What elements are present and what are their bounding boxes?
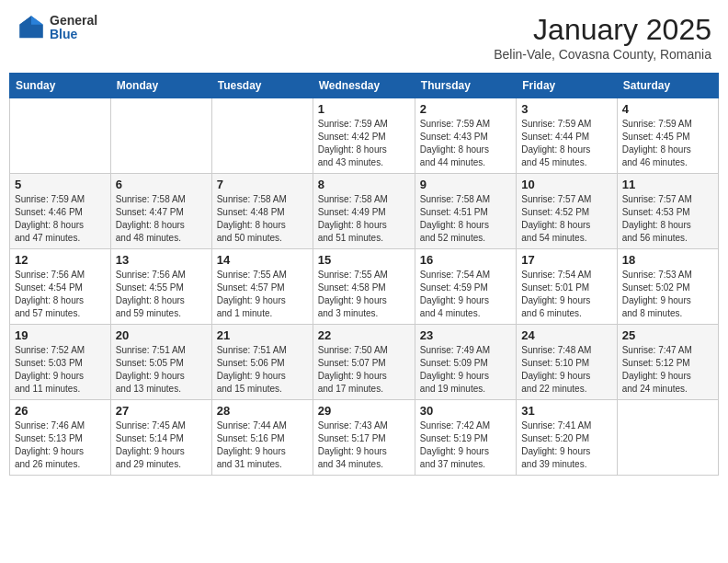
calendar-cell: 9Sunrise: 7:58 AM Sunset: 4:51 PM Daylig… [415, 174, 516, 249]
calendar-cell: 20Sunrise: 7:51 AM Sunset: 5:05 PM Dayli… [110, 325, 211, 400]
weekday-header-saturday: Saturday [617, 74, 718, 98]
day-number: 9 [420, 178, 511, 191]
day-info: Sunrise: 7:55 AM Sunset: 4:58 PM Dayligh… [318, 269, 410, 320]
day-info: Sunrise: 7:43 AM Sunset: 5:17 PM Dayligh… [318, 419, 410, 471]
svg-marker-1 [31, 16, 43, 25]
calendar-cell: 22Sunrise: 7:50 AM Sunset: 5:07 PM Dayli… [313, 325, 415, 400]
calendar-cell: 5Sunrise: 7:59 AM Sunset: 4:46 PM Daylig… [10, 174, 111, 249]
day-info: Sunrise: 7:54 AM Sunset: 4:59 PM Dayligh… [420, 269, 511, 320]
day-info: Sunrise: 7:59 AM Sunset: 4:42 PM Dayligh… [318, 118, 410, 169]
svg-marker-2 [19, 16, 31, 25]
day-info: Sunrise: 7:58 AM Sunset: 4:51 PM Dayligh… [420, 193, 511, 245]
day-number: 1 [318, 102, 410, 116]
calendar-cell [617, 400, 718, 476]
day-info: Sunrise: 7:58 AM Sunset: 4:47 PM Dayligh… [116, 193, 207, 245]
day-info: Sunrise: 7:47 AM Sunset: 5:12 PM Dayligh… [622, 344, 713, 396]
day-info: Sunrise: 7:41 AM Sunset: 5:20 PM Dayligh… [521, 419, 611, 471]
day-info: Sunrise: 7:52 AM Sunset: 5:03 PM Dayligh… [15, 344, 106, 396]
calendar-cell: 30Sunrise: 7:42 AM Sunset: 5:19 PM Dayli… [415, 400, 516, 476]
day-number: 17 [521, 253, 611, 267]
day-number: 14 [217, 253, 308, 267]
calendar-week-row: 1Sunrise: 7:59 AM Sunset: 4:42 PM Daylig… [10, 98, 719, 174]
calendar-cell [10, 98, 111, 174]
day-number: 22 [318, 328, 410, 342]
day-number: 13 [116, 253, 207, 267]
day-info: Sunrise: 7:57 AM Sunset: 4:52 PM Dayligh… [521, 193, 611, 245]
calendar-cell: 8Sunrise: 7:58 AM Sunset: 4:49 PM Daylig… [313, 174, 415, 249]
weekday-header-row: SundayMondayTuesdayWednesdayThursdayFrid… [10, 74, 719, 98]
day-info: Sunrise: 7:51 AM Sunset: 5:05 PM Dayligh… [116, 344, 207, 396]
day-info: Sunrise: 7:45 AM Sunset: 5:14 PM Dayligh… [116, 419, 207, 471]
day-info: Sunrise: 7:53 AM Sunset: 5:02 PM Dayligh… [622, 269, 713, 320]
calendar-week-row: 26Sunrise: 7:46 AM Sunset: 5:13 PM Dayli… [10, 400, 719, 476]
day-number: 27 [116, 404, 207, 418]
calendar-cell: 23Sunrise: 7:49 AM Sunset: 5:09 PM Dayli… [415, 325, 516, 400]
day-info: Sunrise: 7:59 AM Sunset: 4:45 PM Dayligh… [622, 118, 713, 169]
weekday-header-monday: Monday [110, 74, 211, 98]
logo: General Blue [17, 13, 97, 42]
calendar-cell: 12Sunrise: 7:56 AM Sunset: 4:54 PM Dayli… [10, 249, 111, 325]
day-number: 15 [318, 253, 410, 267]
calendar-cell [110, 98, 211, 174]
logo-general-text: General [50, 14, 97, 28]
day-number: 18 [622, 253, 713, 267]
day-number: 5 [15, 178, 106, 191]
calendar-cell: 25Sunrise: 7:47 AM Sunset: 5:12 PM Dayli… [617, 325, 718, 400]
day-number: 4 [622, 102, 713, 116]
calendar-cell: 2Sunrise: 7:59 AM Sunset: 4:43 PM Daylig… [415, 98, 516, 174]
weekday-header-friday: Friday [517, 74, 617, 98]
day-number: 8 [318, 178, 410, 191]
calendar-cell: 27Sunrise: 7:45 AM Sunset: 5:14 PM Dayli… [110, 400, 211, 476]
day-info: Sunrise: 7:58 AM Sunset: 4:49 PM Dayligh… [318, 193, 410, 245]
calendar-cell: 26Sunrise: 7:46 AM Sunset: 5:13 PM Dayli… [10, 400, 111, 476]
day-number: 29 [318, 404, 410, 418]
calendar-cell: 11Sunrise: 7:57 AM Sunset: 4:53 PM Dayli… [617, 174, 718, 249]
calendar-cell: 21Sunrise: 7:51 AM Sunset: 5:06 PM Dayli… [211, 325, 313, 400]
weekday-header-thursday: Thursday [415, 74, 516, 98]
calendar-cell: 1Sunrise: 7:59 AM Sunset: 4:42 PM Daylig… [313, 98, 415, 174]
day-number: 23 [420, 328, 511, 342]
calendar-cell: 19Sunrise: 7:52 AM Sunset: 5:03 PM Dayli… [10, 325, 111, 400]
calendar-week-row: 19Sunrise: 7:52 AM Sunset: 5:03 PM Dayli… [10, 325, 719, 400]
logo-blue-text: Blue [50, 28, 97, 41]
calendar-cell [211, 98, 313, 174]
day-number: 16 [420, 253, 511, 267]
weekday-header-tuesday: Tuesday [211, 74, 313, 98]
calendar-cell: 16Sunrise: 7:54 AM Sunset: 4:59 PM Dayli… [415, 249, 516, 325]
day-number: 2 [420, 102, 511, 116]
calendar-cell: 7Sunrise: 7:58 AM Sunset: 4:48 PM Daylig… [211, 174, 313, 249]
day-info: Sunrise: 7:42 AM Sunset: 5:19 PM Dayligh… [420, 419, 511, 471]
day-info: Sunrise: 7:46 AM Sunset: 5:13 PM Dayligh… [15, 419, 106, 471]
calendar-week-row: 12Sunrise: 7:56 AM Sunset: 4:54 PM Dayli… [10, 249, 719, 325]
day-number: 19 [15, 328, 106, 342]
calendar-week-row: 5Sunrise: 7:59 AM Sunset: 4:46 PM Daylig… [10, 174, 719, 249]
day-info: Sunrise: 7:49 AM Sunset: 5:09 PM Dayligh… [420, 344, 511, 396]
day-number: 7 [217, 178, 308, 191]
day-number: 31 [521, 404, 611, 418]
day-number: 11 [622, 178, 713, 191]
day-info: Sunrise: 7:57 AM Sunset: 4:53 PM Dayligh… [622, 193, 713, 245]
day-number: 30 [420, 404, 511, 418]
day-info: Sunrise: 7:59 AM Sunset: 4:44 PM Dayligh… [521, 118, 611, 169]
calendar-cell: 24Sunrise: 7:48 AM Sunset: 5:10 PM Dayli… [517, 325, 617, 400]
calendar-cell: 17Sunrise: 7:54 AM Sunset: 5:01 PM Dayli… [517, 249, 617, 325]
weekday-header-sunday: Sunday [10, 74, 111, 98]
day-info: Sunrise: 7:59 AM Sunset: 4:46 PM Dayligh… [15, 193, 106, 245]
day-number: 28 [217, 404, 308, 418]
day-number: 6 [116, 178, 207, 191]
day-info: Sunrise: 7:56 AM Sunset: 4:55 PM Dayligh… [116, 269, 207, 320]
day-number: 24 [521, 328, 611, 342]
month-year-title: January 2025 [494, 13, 711, 47]
location-text: Belin-Vale, Covasna County, Romania [494, 47, 711, 62]
day-number: 10 [521, 178, 611, 191]
day-info: Sunrise: 7:56 AM Sunset: 4:54 PM Dayligh… [15, 269, 106, 320]
calendar-cell: 6Sunrise: 7:58 AM Sunset: 4:47 PM Daylig… [110, 174, 211, 249]
logo-text: General Blue [50, 14, 97, 42]
calendar-table: SundayMondayTuesdayWednesdayThursdayFrid… [9, 73, 719, 476]
day-number: 3 [521, 102, 611, 116]
title-block: January 2025 Belin-Vale, Covasna County,… [494, 13, 711, 62]
day-info: Sunrise: 7:50 AM Sunset: 5:07 PM Dayligh… [318, 344, 410, 396]
day-info: Sunrise: 7:44 AM Sunset: 5:16 PM Dayligh… [217, 419, 308, 471]
calendar-cell: 29Sunrise: 7:43 AM Sunset: 5:17 PM Dayli… [313, 400, 415, 476]
day-info: Sunrise: 7:55 AM Sunset: 4:57 PM Dayligh… [217, 269, 308, 320]
